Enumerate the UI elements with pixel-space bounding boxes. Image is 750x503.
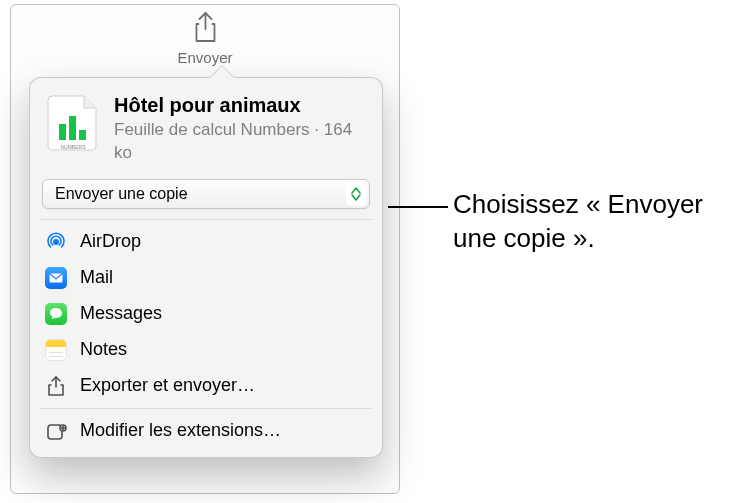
messages-icon [44,302,68,326]
share-option-label: AirDrop [80,231,141,252]
share-option-export[interactable]: Exporter et envoyer… [30,368,382,404]
share-option-messages[interactable]: Messages [30,296,382,332]
dropdown-label: Envoyer une copie [55,185,188,203]
share-option-label: Exporter et envoyer… [80,375,255,396]
updown-arrows-icon [346,182,366,206]
callout-text: Choisissez « Envoyer une copie ». [453,188,743,256]
share-icon [177,11,232,47]
share-option-mail[interactable]: Mail [30,260,382,296]
share-option-label: Notes [80,339,127,360]
callout-leader-line [388,206,448,208]
export-icon [44,374,68,398]
edit-extensions-label: Modifier les extensions… [80,420,281,441]
svg-point-4 [54,240,58,244]
share-option-label: Mail [80,267,113,288]
share-toolbar-label: Envoyer [177,49,232,66]
popover-header: NUMBERS Hôtel pour animaux Feuille de ca… [30,78,382,179]
notes-icon [44,338,68,362]
separator [40,408,372,409]
extensions-icon [44,419,68,443]
separator [40,219,372,220]
background-window: Envoyer NUMBERS Hôtel pour animaux Feuil… [10,4,400,494]
share-popover: NUMBERS Hôtel pour animaux Feuille de ca… [29,77,383,458]
share-toolbar-button[interactable]: Envoyer [177,11,232,67]
svg-rect-1 [69,116,76,140]
send-mode-dropdown[interactable]: Envoyer une copie [42,179,370,209]
edit-extensions[interactable]: Modifier les extensions… [30,413,382,449]
numbers-file-icon: NUMBERS [46,94,100,152]
document-subtitle: Feuille de calcul Numbers · 164 ko [114,119,366,165]
document-title: Hôtel pour animaux [114,94,366,117]
share-option-airdrop[interactable]: AirDrop [30,224,382,260]
share-option-label: Messages [80,303,162,324]
share-option-notes[interactable]: Notes [30,332,382,368]
mail-icon [44,266,68,290]
svg-text:NUMBERS: NUMBERS [60,144,86,150]
svg-rect-0 [59,124,66,140]
svg-rect-2 [79,130,86,140]
airdrop-icon [44,230,68,254]
